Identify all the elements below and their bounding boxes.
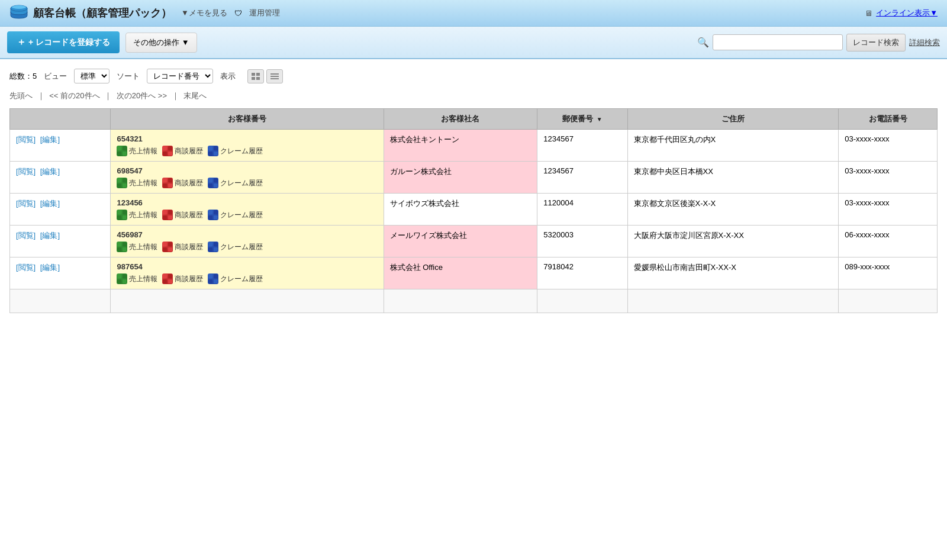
phone-cell: 03-xxxx-xxxx [839, 194, 938, 226]
address-cell: 東京都文京区後楽X-X-X [627, 194, 839, 226]
customer-num-cell: 654321 売上情報 商談履歴 クレーム履歴 [111, 130, 384, 162]
app-link-icon [208, 210, 218, 220]
svg-rect-11 [117, 152, 121, 156]
app-link-icon [208, 178, 218, 188]
app-link[interactable]: クレーム履歴 [208, 210, 263, 220]
app-link[interactable]: 商談履歴 [162, 178, 203, 188]
view-label: ビュー [44, 71, 67, 82]
svg-rect-31 [208, 184, 212, 188]
svg-rect-9 [117, 146, 121, 150]
svg-rect-47 [117, 247, 121, 252]
app-links: 売上情報 商談履歴 クレーム履歴 [117, 273, 377, 284]
app-link[interactable]: 商談履歴 [162, 210, 203, 220]
app-link-icon [117, 146, 127, 156]
inline-display-link[interactable]: インライン表示▼ [876, 8, 938, 18]
next-page-link[interactable]: 次の20件へ >> [117, 91, 167, 100]
svg-rect-55 [208, 247, 212, 252]
app-link-icon [117, 242, 127, 252]
app-link-label: 売上情報 [129, 210, 157, 220]
app-link-label: 商談履歴 [175, 210, 203, 220]
table-row: [閲覧] [編集] 123456 売上情報 商談履歴 クレーム履歴サイボウズ株式… [10, 194, 938, 226]
table-row: [閲覧] [編集] 987654 売上情報 商談履歴 クレーム履歴株式会社 Of… [10, 258, 938, 289]
inline-icon: 🖥 [865, 9, 872, 18]
svg-rect-50 [168, 242, 172, 246]
app-link[interactable]: 売上情報 [117, 146, 157, 156]
last-page-link[interactable]: 末尾へ [183, 91, 207, 100]
svg-rect-4 [252, 77, 255, 80]
svg-rect-18 [214, 146, 218, 150]
search-icon-button[interactable]: 🔍 [697, 37, 709, 48]
company-name-cell: ガルーン株式会社 [384, 162, 537, 194]
app-link[interactable]: 商談履歴 [162, 146, 203, 156]
table-body: [閲覧] [編集] 654321 売上情報 商談履歴 クレーム履歴株式会社キント… [10, 130, 938, 313]
svg-rect-45 [117, 242, 121, 246]
svg-rect-8 [270, 78, 279, 79]
svg-rect-42 [214, 210, 218, 214]
phone-cell: 03-xxxx-xxxx [839, 130, 938, 162]
list-icon [270, 73, 279, 80]
view-link[interactable]: [閲覧] [16, 199, 36, 208]
svg-rect-7 [270, 76, 279, 77]
other-ops-button[interactable]: その他の操作 ▼ [125, 33, 197, 53]
svg-rect-43 [208, 215, 212, 220]
app-link[interactable]: クレーム履歴 [208, 178, 263, 188]
svg-rect-36 [123, 215, 127, 220]
app-link[interactable]: 売上情報 [117, 178, 157, 188]
company-name-cell: サイボウズ株式会社 [384, 194, 537, 226]
sort-select[interactable]: レコード番号 [147, 69, 213, 83]
svg-rect-22 [123, 178, 127, 182]
row-actions-cell: [閲覧] [編集] [10, 194, 111, 226]
svg-rect-23 [117, 184, 121, 188]
app-link[interactable]: クレーム履歴 [208, 146, 263, 156]
svg-rect-16 [168, 152, 172, 156]
col-header-postal[interactable]: 郵便番号 ▼ [537, 109, 627, 130]
edit-link[interactable]: [編集] [40, 167, 60, 176]
register-button[interactable]: ＋ + レコードを登録する [7, 31, 120, 53]
app-link[interactable]: 売上情報 [117, 210, 157, 220]
app-links: 売上情報 商談履歴 クレーム履歴 [117, 178, 377, 188]
detail-search-button[interactable]: 詳細検索 [909, 37, 940, 48]
app-link-label: クレーム履歴 [220, 178, 263, 188]
svg-rect-41 [208, 210, 212, 214]
svg-rect-33 [117, 210, 121, 214]
address-cell: 東京都中央区日本橋XX [627, 162, 839, 194]
col-header-address: ご住所 [627, 109, 839, 130]
view-link[interactable]: [閲覧] [16, 167, 36, 176]
list-view-button[interactable] [266, 69, 283, 83]
view-link[interactable]: [閲覧] [16, 135, 36, 144]
header-links: ▼メモを見る 🛡 運用管理 [181, 8, 280, 18]
svg-rect-29 [208, 178, 212, 182]
app-link[interactable]: クレーム履歴 [208, 273, 263, 284]
svg-rect-58 [123, 274, 127, 278]
svg-rect-21 [117, 178, 121, 182]
app-link[interactable]: 商談履歴 [162, 273, 203, 284]
admin-link[interactable]: 運用管理 [249, 8, 280, 18]
app-link-label: クレーム履歴 [220, 146, 263, 156]
table-row: [閲覧] [編集] 456987 売上情報 商談履歴 クレーム履歴メールワイズ株… [10, 226, 938, 258]
app-link[interactable]: 売上情報 [117, 242, 157, 252]
edit-link[interactable]: [編集] [40, 135, 60, 144]
address-cell: 大阪府大阪市淀川区宮原X-X-XX [627, 226, 839, 258]
prev-page-link[interactable]: << 前の20件へ [49, 91, 99, 100]
shield-icon: 🛡 [234, 9, 242, 18]
edit-link[interactable]: [編集] [40, 231, 60, 240]
view-link[interactable]: [閲覧] [16, 263, 36, 272]
customer-num-cell: 123456 売上情報 商談履歴 クレーム履歴 [111, 194, 384, 226]
first-page-link[interactable]: 先頭へ [9, 91, 33, 100]
customer-num-cell: 987654 売上情報 商談履歴 クレーム履歴 [111, 258, 384, 289]
memo-link[interactable]: ▼メモを見る [181, 8, 227, 18]
app-link[interactable]: 商談履歴 [162, 242, 203, 252]
view-select[interactable]: 標準 [74, 69, 109, 83]
app-link[interactable]: 売上情報 [117, 273, 157, 284]
postal-cell: 5320003 [537, 226, 627, 258]
app-links: 売上情報 商談履歴 クレーム履歴 [117, 210, 377, 220]
search-button[interactable]: レコード検索 [846, 34, 906, 52]
stats-row: 総数：5 ビュー 標準 ソート レコード番号 表示 [9, 69, 938, 83]
view-link[interactable]: [閲覧] [16, 231, 36, 240]
edit-link[interactable]: [編集] [40, 199, 60, 208]
grid-view-button[interactable] [247, 69, 264, 83]
app-link-label: クレーム履歴 [220, 210, 263, 220]
edit-link[interactable]: [編集] [40, 263, 60, 272]
app-link[interactable]: クレーム履歴 [208, 242, 263, 252]
search-input[interactable] [713, 34, 843, 50]
